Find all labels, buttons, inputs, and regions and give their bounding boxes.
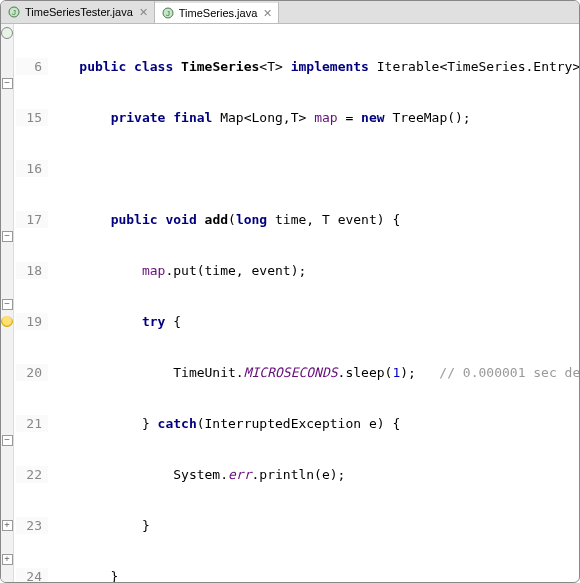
fold-toggle[interactable]: − <box>2 435 13 446</box>
close-icon[interactable]: ✕ <box>137 6 148 19</box>
code-area[interactable]: 6 public class TimeSeries<T> implements … <box>14 24 580 583</box>
code-line[interactable]: private final Map<Long,T> map = new Tree… <box>48 109 580 126</box>
line-number: 15 <box>16 109 48 126</box>
implements-icon[interactable] <box>1 27 13 39</box>
svg-text:J: J <box>166 9 170 18</box>
line-number: 18 <box>16 262 48 279</box>
fold-toggle[interactable]: − <box>2 78 13 89</box>
code-line[interactable]: TimeUnit.MICROSECONDS.sleep(1); // 0.000… <box>48 364 580 381</box>
line-number: 20 <box>16 364 48 381</box>
java-file-icon: J <box>161 6 175 20</box>
line-number: 22 <box>16 466 48 483</box>
gutter[interactable]: − − − − + + <box>1 24 14 583</box>
code-line[interactable]: System.err.println(e); <box>48 466 580 483</box>
svg-text:J: J <box>12 8 16 17</box>
close-icon[interactable]: ✕ <box>261 7 272 20</box>
line-number: 21 <box>16 415 48 432</box>
line-number: 17 <box>16 211 48 228</box>
code-line[interactable]: } catch(InterruptedException e) { <box>48 415 580 432</box>
line-number: 19 <box>16 313 48 330</box>
line-number: 16 <box>16 160 48 177</box>
tab-timeseries[interactable]: J TimeSeries.java ✕ <box>155 1 279 23</box>
code-line[interactable]: public class TimeSeries<T> implements It… <box>48 58 580 75</box>
code-line[interactable]: } <box>48 517 580 534</box>
editor: − − − − + + 6 public class TimeSeries<T>… <box>1 24 579 583</box>
code-line[interactable]: } <box>48 568 580 583</box>
tab-bar: J TimeSeriesTester.java ✕ J TimeSeries.j… <box>1 1 579 24</box>
code-line[interactable]: try { <box>48 313 580 330</box>
fold-toggle[interactable]: − <box>2 299 13 310</box>
lightbulb-icon[interactable] <box>1 316 13 328</box>
line-number: 6 <box>16 58 48 75</box>
line-number: 23 <box>16 517 48 534</box>
tab-label: TimeSeriesTester.java <box>25 6 133 18</box>
code-line[interactable]: public void add(long time, T event) { <box>48 211 580 228</box>
code-line[interactable]: map.put(time, event); <box>48 262 580 279</box>
java-file-icon: J <box>7 5 21 19</box>
line-number: 24 <box>16 568 48 583</box>
fold-toggle[interactable]: + <box>2 520 13 531</box>
tab-label: TimeSeries.java <box>179 7 257 19</box>
tab-timeseriestester[interactable]: J TimeSeriesTester.java ✕ <box>1 1 155 23</box>
code-line[interactable] <box>48 160 580 177</box>
fold-toggle[interactable]: + <box>2 554 13 565</box>
fold-toggle[interactable]: − <box>2 231 13 242</box>
